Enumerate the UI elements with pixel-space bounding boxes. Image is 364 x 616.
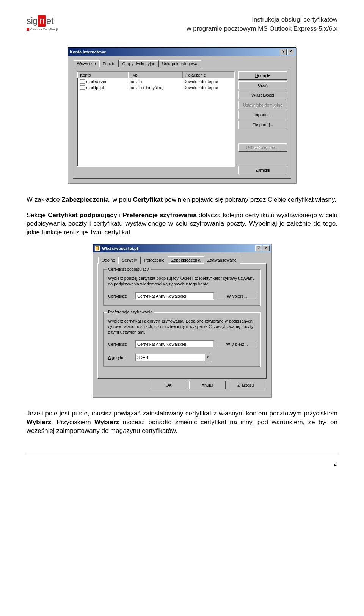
signing-cert-label: Certyfikat: [108,294,132,298]
enc-cert-field[interactable]: Certyfikat Anny Kowalskiej [135,340,214,348]
tab-advanced[interactable]: Zaawansowane [204,257,240,264]
ok-button[interactable]: OK [151,381,187,389]
props-tabs: Ogólne Serwery Połączenie Zabezpieczenia… [98,256,267,263]
chevron-down-icon[interactable]: ▼ [204,354,211,361]
apply-button[interactable]: Zastosuj [228,381,264,389]
algo-value: 3DES [135,354,204,361]
props-title: Właściwości tpi.pl [102,246,138,251]
props-titlebar: Właściwości tpi.pl [93,244,271,252]
logo: signet Centrum Certyfikacji [27,15,76,31]
footer-rule [27,455,337,459]
cancel-button[interactable]: Anuluj [189,381,226,389]
enc-desc: Wybierz certyfikat i algorytm szyfrowani… [108,318,256,335]
logo-text: sig [27,16,38,26]
enc-legend: Preferencje szyfrowania [107,310,154,314]
list-item[interactable]: mail.tpi.pl poczta (domyślne) Dowolne do… [77,85,234,91]
paragraph-2: Sekcje Certyfikat podpisujący i Preferen… [27,211,337,237]
chevron-right-icon: ▶ [267,73,270,77]
tab-mail[interactable]: Poczta [99,60,119,67]
encryption-pref-group: Preferencje szyfrowania Wybierz certyfik… [103,312,261,367]
doc-title: Instrukcja obsługi certyfikatów w progra… [80,15,337,33]
help-icon[interactable] [280,49,287,55]
enc-choose-button[interactable]: Wybierz... [218,340,256,348]
tab-directory[interactable]: Usługa katalogowa [159,60,201,67]
logo-square-icon [27,28,29,31]
tab-general[interactable]: Ogólne [98,257,118,264]
remove-button[interactable]: Usuń [238,81,287,89]
properties-button[interactable]: Właściwości [238,91,287,99]
import-button[interactable]: Importuj... [238,111,287,119]
signing-desc: Wybierz poniżej certyfikat podpisujący. … [108,276,256,287]
tab-servers[interactable]: Serwery [118,257,140,264]
paragraph-3: Jeżeli pole jest puste, musisz powiązać … [27,409,337,436]
algo-label: Algorytm: [108,355,132,360]
accounts-tabs: Wszystkie Poczta Grupy dyskusyjne Usługa… [74,60,291,67]
tab-security[interactable]: Zabezpieczenia [168,256,204,263]
accounts-dialog: Konta internetowe Wszystkie Poczta Grupy… [68,47,296,183]
tab-news[interactable]: Grupy dyskusyjne [119,60,158,67]
doc-header: signet Centrum Certyfikacji Instrukcja o… [27,15,337,36]
tab-connection[interactable]: Połączenie [141,257,168,264]
logo-text-2: et [46,16,53,26]
signing-legend: Certyfikat podpisujący [107,267,151,271]
col-connection[interactable]: Połączenie [183,72,234,78]
help-icon[interactable] [255,245,262,251]
add-button[interactable]: Dodaj ▶ [238,71,287,80]
col-account[interactable]: Konto [77,72,128,78]
doc-title-line1: Instrukcja obsługi certyfikatów [80,15,337,24]
close-icon[interactable] [287,49,294,55]
accounts-title: Konta internetowe [70,50,106,54]
page-number: 2 [27,460,337,467]
window-icon [94,245,100,251]
doc-title-line2: w programie pocztowym MS Outlook Express… [80,24,337,33]
logo-subtitle: Centrum Certyfikacji [30,28,58,31]
enc-cert-label: Certyfikat: [108,342,132,346]
set-order-button: Ustaw kolejność... [238,143,287,152]
paragraph-1: W zakładce Zabezpieczenia, w polu Certyf… [27,196,337,204]
accounts-titlebar: Konta internetowe [68,48,296,56]
list-item[interactable]: mail server poczta Dowolne dostępne [77,78,234,85]
accounts-list[interactable]: Konto Typ Połączenie mail server poczta … [77,71,235,167]
set-default-button: Ustaw jako domyślne [238,101,287,109]
logo-highlight: n [38,15,46,27]
algorithm-combo[interactable]: 3DES ▼ [135,354,211,361]
col-type[interactable]: Typ [128,72,183,78]
signing-choose-button[interactable]: Wybierz... [218,292,256,300]
signing-cert-field[interactable]: Certyfikat Anny Kowalskiej [135,292,214,300]
close-button[interactable]: Zamknij [238,166,287,174]
properties-dialog: Właściwości tpi.pl Ogólne Serwery Połącz… [93,244,271,397]
mail-icon [80,85,85,90]
close-icon[interactable] [263,245,270,251]
signing-cert-group: Certyfikat podpisujący Wybierz poniżej c… [103,269,261,306]
mail-icon [80,79,85,84]
tab-all[interactable]: Wszystkie [74,60,99,67]
export-button[interactable]: Eksportuj... [238,121,287,129]
